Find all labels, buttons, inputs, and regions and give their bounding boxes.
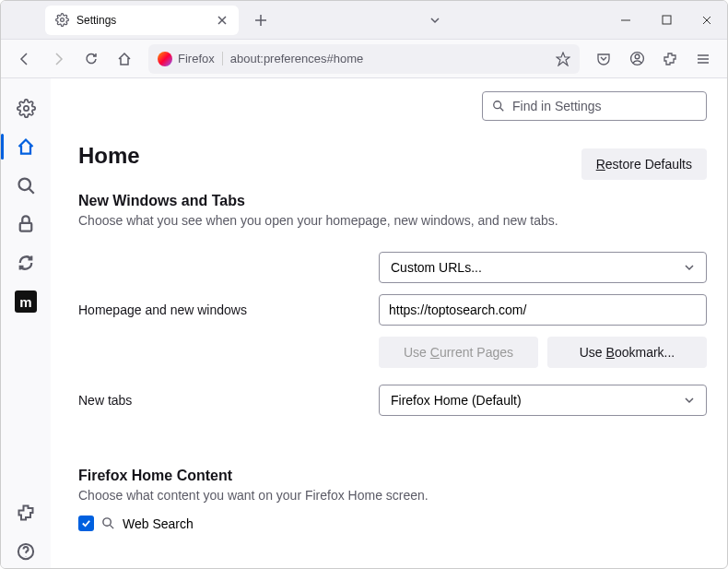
gear-icon xyxy=(54,13,69,28)
firefox-icon xyxy=(158,52,172,66)
section-home-content-title: Firefox Home Content xyxy=(78,468,707,484)
homepage-dropdown-value: Custom URLs... xyxy=(391,260,482,275)
svg-rect-6 xyxy=(20,223,32,231)
extensions-button[interactable] xyxy=(655,44,685,74)
settings-sidebar: m xyxy=(1,78,51,568)
use-bookmark-button[interactable]: Use Bookmark... xyxy=(547,337,707,368)
search-placeholder: Find in Settings xyxy=(512,99,602,113)
titlebar: Settings xyxy=(1,1,727,40)
sidebar-extensions[interactable] xyxy=(9,496,42,529)
svg-rect-1 xyxy=(663,16,671,24)
check-icon xyxy=(81,518,91,528)
url-text: about:preferences#home xyxy=(230,52,548,65)
window-controls xyxy=(605,1,727,40)
svg-point-0 xyxy=(60,18,64,22)
use-current-pages-button[interactable]: Use Current Pages xyxy=(379,337,538,368)
minimize-button[interactable] xyxy=(605,1,646,40)
home-button[interactable] xyxy=(110,44,139,74)
identity-box[interactable]: Firefox xyxy=(158,52,223,66)
sidebar-search[interactable] xyxy=(9,169,42,202)
chevron-down-icon xyxy=(684,262,695,273)
back-button[interactable] xyxy=(10,44,40,74)
homepage-dropdown[interactable]: Custom URLs... xyxy=(379,252,707,283)
tab-list-button[interactable] xyxy=(429,14,441,27)
newtabs-label: New tabs xyxy=(78,393,379,408)
svg-point-9 xyxy=(103,518,111,526)
sidebar-general[interactable] xyxy=(9,91,42,124)
new-tab-button[interactable] xyxy=(248,7,274,33)
find-in-settings[interactable]: Find in Settings xyxy=(482,91,707,121)
svg-point-5 xyxy=(19,179,31,191)
homepage-input-row: Homepage and new windows xyxy=(78,294,707,326)
sidebar-help[interactable] xyxy=(9,535,42,568)
m-icon: m xyxy=(15,290,37,313)
svg-point-3 xyxy=(635,54,640,59)
newtabs-dropdown-value: Firefox Home (Default) xyxy=(391,393,522,408)
web-search-row: Web Search xyxy=(78,516,707,531)
pocket-button[interactable] xyxy=(589,44,618,74)
search-icon xyxy=(492,100,505,113)
close-icon[interactable] xyxy=(215,13,229,28)
sidebar-privacy[interactable] xyxy=(9,207,42,241)
browser-tab[interactable]: Settings xyxy=(45,6,239,35)
svg-point-8 xyxy=(494,101,501,109)
close-button[interactable] xyxy=(687,1,727,40)
sidebar-sync[interactable] xyxy=(9,246,42,279)
account-button[interactable] xyxy=(622,44,652,74)
search-icon xyxy=(101,516,115,530)
sidebar-more[interactable]: m xyxy=(9,285,42,318)
section-new-windows-title: New Windows and Tabs xyxy=(78,193,707,209)
tab-label: Settings xyxy=(76,14,207,27)
section-home-content-desc: Choose what content you want on your Fir… xyxy=(78,488,707,503)
homepage-button-row: Use Current Pages Use Bookmark... xyxy=(379,337,707,368)
settings-main: Find in Settings Home Restore Defaults N… xyxy=(51,78,727,568)
forward-button[interactable] xyxy=(43,44,73,74)
identity-label: Firefox xyxy=(178,52,223,65)
sidebar-home[interactable] xyxy=(9,130,42,163)
url-bar[interactable]: Firefox about:preferences#home xyxy=(148,44,580,74)
section-new-windows-desc: Choose what you see when you open your h… xyxy=(78,213,707,228)
svg-point-4 xyxy=(23,105,28,110)
web-search-label: Web Search xyxy=(123,516,194,531)
newtabs-row: New tabs Firefox Home (Default) xyxy=(78,385,707,416)
menu-button[interactable] xyxy=(688,44,718,74)
bookmark-star-icon[interactable] xyxy=(556,52,570,66)
toolbar: Firefox about:preferences#home xyxy=(1,40,727,78)
homepage-row-label: Homepage and new windows xyxy=(78,302,379,317)
reload-button[interactable] xyxy=(76,44,106,74)
web-search-checkbox[interactable] xyxy=(78,516,94,531)
maximize-button[interactable] xyxy=(646,1,687,40)
chevron-down-icon xyxy=(684,395,695,406)
homepage-dropdown-row: Custom URLs... xyxy=(78,252,707,283)
newtabs-dropdown[interactable]: Firefox Home (Default) xyxy=(379,385,707,416)
content-area: m Find in Settings Home Restore Defaults… xyxy=(1,78,727,568)
restore-defaults-button[interactable]: Restore Defaults xyxy=(581,148,707,180)
homepage-url-input[interactable] xyxy=(379,294,707,326)
